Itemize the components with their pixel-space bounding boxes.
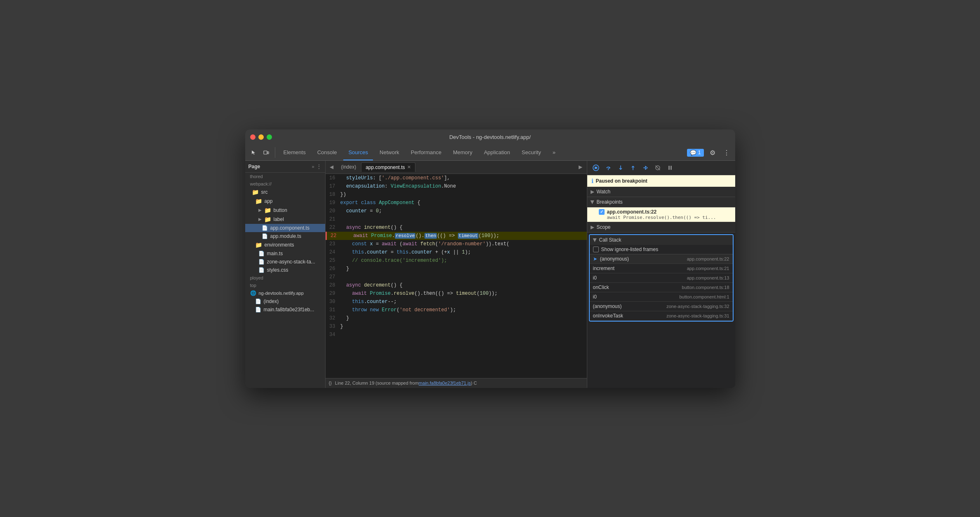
sidebar-menu-icon[interactable]: ⋮ [316, 163, 322, 170]
tab-application[interactable]: Application [479, 145, 515, 160]
sidebar-item-zone-async[interactable]: 📄 zone-async-stack-ta... [245, 258, 325, 266]
tab-performance[interactable]: Performance [406, 145, 446, 160]
sidebar-item-top: top [245, 282, 325, 289]
code-area: ◀ (index) app.component.ts ✕ ▶ 16 styleU… [326, 161, 587, 388]
status-text: Line 22, Column 19 (source mapped from [335, 381, 419, 385]
settings-icon[interactable]: ⚙ [707, 147, 718, 158]
sidebar-item-main-ts[interactable]: 📄 main.ts [245, 249, 325, 258]
stack-frame-i0-1[interactable]: i0 app.component.ts:13 [590, 273, 733, 283]
current-frame-arrow: ➤ [593, 256, 597, 262]
tab-network[interactable]: Network [375, 145, 404, 160]
sidebar-item-app-module-ts[interactable]: 📄 app.module.ts [245, 232, 325, 240]
code-line: 21 [326, 215, 587, 223]
code-line: 28 async decrement() { [326, 281, 587, 289]
tab-index[interactable]: (index) [337, 162, 361, 172]
code-line: 27 [326, 273, 587, 281]
close-button[interactable] [250, 134, 256, 140]
svg-rect-1 [267, 152, 269, 154]
sidebar-item-environments[interactable]: 📁 environments [245, 240, 325, 249]
sidebar-item-styles-css[interactable]: 📄 styles.css [245, 266, 325, 274]
minimize-button[interactable] [258, 134, 264, 140]
typescript-file-icon: 📄 [262, 233, 268, 239]
deactivate-breakpoints-button[interactable] [652, 162, 663, 173]
globe-icon: 🌐 [250, 290, 256, 296]
call-stack-section: ▶ Call Stack Show ignore-listed frames ➤… [589, 234, 734, 322]
stack-frame-anonymous-2[interactable]: (anonymous) zone-async-stack-tagging.ts:… [590, 302, 733, 311]
folder-icon: 📁 [252, 189, 259, 195]
sidebar-more-icon[interactable]: » [312, 164, 314, 169]
step-button[interactable] [640, 162, 651, 173]
call-stack-label: Call Stack [599, 237, 621, 243]
file-icon: 📄 [255, 307, 261, 313]
step-into-button[interactable] [615, 162, 626, 173]
tab-memory[interactable]: Memory [448, 145, 477, 160]
sidebar-item-thored: thored [245, 173, 325, 180]
stack-frame-i0-2[interactable]: i0 button.component.html:1 [590, 292, 733, 302]
tab-sources[interactable]: Sources [343, 145, 373, 160]
stack-frame-oninvoketask[interactable]: onInvokeTask zone-async-stack-tagging.ts… [590, 311, 733, 321]
toolbar-right: 💬 1 ⚙ ⋮ [687, 147, 732, 158]
stack-frame-anonymous[interactable]: ➤ (anonymous) app.component.ts:22 [590, 254, 733, 264]
scope-section-header[interactable]: ▶ Scope [587, 222, 735, 233]
svg-rect-0 [264, 151, 267, 154]
svg-rect-5 [596, 167, 597, 169]
code-line: 22 async increment() { [326, 223, 587, 232]
sidebar-item-ployed: ployed [245, 274, 325, 282]
paused-text: Paused on breakpoint [596, 178, 647, 184]
format-button[interactable]: {} [329, 381, 332, 385]
tab-elements[interactable]: Elements [279, 145, 311, 160]
tab-security[interactable]: Security [517, 145, 546, 160]
right-panel: ℹ Paused on breakpoint ▶ Watch ▶ Breakpo… [587, 161, 735, 388]
sidebar-item-netlify[interactable]: 🌐 ng-devtools.netlify.app [245, 289, 325, 297]
code-line: 32 } [326, 314, 587, 322]
stack-frame-onclick[interactable]: onClick button.component.ts:18 [590, 283, 733, 292]
sidebar-header: Page » ⋮ [245, 161, 325, 173]
chevron-right-icon: ▶ [258, 217, 262, 221]
typescript-file-icon: 📄 [262, 225, 268, 231]
sidebar-item-webpack[interactable]: webpack:// [245, 180, 325, 188]
select-element-icon[interactable] [249, 147, 259, 158]
resume-button[interactable] [591, 162, 601, 173]
source-map-link[interactable]: main.fa8bfa0e23f1eb71.js [419, 381, 471, 385]
breakpoint-checkbox[interactable]: ✓ [599, 209, 605, 215]
sidebar-item-index[interactable]: 📄 (index) [245, 297, 325, 306]
title-bar: DevTools - ng-devtools.netlify.app/ [245, 129, 735, 145]
prev-tab-button[interactable]: ◀ [327, 162, 336, 172]
tab-console[interactable]: Console [312, 145, 342, 160]
sidebar-item-src[interactable]: 📁 src [245, 188, 325, 197]
code-line: 20 counter = 0; [326, 207, 587, 215]
next-tab-button[interactable]: ▶ [576, 162, 585, 172]
breakpoints-content: ✓ app.component.ts:22 await Promise.reso… [587, 207, 735, 222]
typescript-file-icon: 📄 [258, 251, 265, 256]
code-tabs: ◀ (index) app.component.ts ✕ ▶ [326, 161, 587, 174]
breakpoint-item[interactable]: ✓ app.component.ts:22 await Promise.reso… [587, 207, 735, 222]
sidebar-item-label[interactable]: ▶ 📁 label [245, 215, 325, 224]
code-line: 18 }) [326, 190, 587, 199]
breakpoints-section-header[interactable]: ▶ Breakpoints [587, 197, 735, 207]
notifications-badge[interactable]: 💬 1 [687, 149, 704, 157]
sidebar-item-app-component-ts[interactable]: 📄 app.component.ts [245, 224, 325, 232]
folder-icon: 📁 [264, 216, 271, 223]
pause-on-exceptions-button[interactable] [665, 162, 675, 173]
ignore-frames-checkbox[interactable] [593, 247, 599, 252]
stack-frame-increment[interactable]: increment app.component.ts:21 [590, 264, 733, 273]
sidebar-item-app[interactable]: 📁 app [245, 197, 325, 206]
tab-app-component-ts[interactable]: app.component.ts ✕ [361, 162, 415, 172]
step-over-button[interactable] [603, 162, 614, 173]
sidebar-item-main-js[interactable]: 📄 main.fa8bfa0e23f1eb... [245, 306, 325, 314]
watch-section-header[interactable]: ▶ Watch [587, 187, 735, 197]
close-tab-icon[interactable]: ✕ [407, 164, 411, 170]
code-line: 29 await Promise.resolve().then(() => ti… [326, 289, 587, 298]
maximize-button[interactable] [267, 134, 272, 140]
ignore-frames-row: Show ignore-listed frames [590, 245, 733, 254]
chevron-right-icon: ▶ [258, 208, 262, 212]
svg-marker-3 [595, 167, 598, 169]
more-tabs-button[interactable]: » [548, 145, 560, 160]
toolbar: Elements Console Sources Network Perform… [245, 145, 735, 161]
call-stack-header[interactable]: ▶ Call Stack [590, 235, 733, 245]
svg-rect-12 [671, 166, 672, 170]
device-toolbar-icon[interactable] [261, 147, 272, 158]
step-out-button[interactable] [628, 162, 638, 173]
more-options-icon[interactable]: ⋮ [721, 147, 732, 158]
sidebar-item-button[interactable]: ▶ 📁 button [245, 206, 325, 215]
